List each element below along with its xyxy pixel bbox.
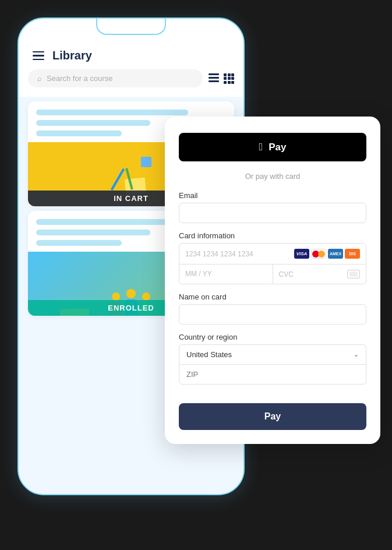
apple-pay-button[interactable]:  Pay xyxy=(179,133,366,161)
card-number-placeholder[interactable]: 1234 1234 1234 1234 xyxy=(185,250,289,258)
pay-button[interactable]: Pay xyxy=(179,403,366,430)
email-group: Email xyxy=(179,191,366,223)
placeholder-line xyxy=(36,230,150,235)
search-input[interactable]: Search for a course xyxy=(47,74,112,83)
pencil-decoration-1 xyxy=(111,168,125,191)
app-title: Library xyxy=(52,49,92,62)
payment-modal:  Pay Or pay with card Email Card inform… xyxy=(165,117,380,444)
placeholder-line xyxy=(36,120,150,126)
search-bar-row: ⌕ Search for a course xyxy=(19,69,243,97)
cvc-card-icon xyxy=(347,270,360,278)
card-info-label: Card information xyxy=(179,231,366,240)
sticker-decoration xyxy=(141,157,151,167)
placeholder-line xyxy=(36,131,122,136)
discover-icon: DIS xyxy=(345,249,360,259)
card-info-box: 1234 1234 1234 1234 VISA AMEX DIS xyxy=(179,243,366,284)
library-header: Library xyxy=(19,35,243,69)
email-input[interactable] xyxy=(179,203,366,223)
name-label: Name on card xyxy=(179,292,366,301)
grid-view-icon[interactable] xyxy=(224,73,234,84)
apple-pay-text: Pay xyxy=(269,142,286,153)
name-input[interactable] xyxy=(179,304,366,325)
country-label: Country or region xyxy=(179,333,366,341)
card-icons: VISA AMEX DIS xyxy=(294,249,360,259)
view-icons xyxy=(209,73,234,84)
list-view-icon[interactable] xyxy=(209,73,219,84)
amex-icon: AMEX xyxy=(328,249,343,259)
mastercard-icon xyxy=(311,249,326,259)
country-select-wrapper: United States ⌄ xyxy=(179,344,366,364)
divider-text: Or pay with card xyxy=(179,172,366,181)
placeholder-line xyxy=(36,240,122,246)
email-label: Email xyxy=(179,191,366,200)
hamburger-icon[interactable] xyxy=(33,51,44,61)
search-bar[interactable]: ⌕ Search for a course xyxy=(28,69,203,87)
card-expiry-cvc-row: MM / YY CVC xyxy=(179,265,366,284)
placeholder-line xyxy=(36,110,188,115)
country-value: United States xyxy=(186,350,232,359)
expiry-input[interactable]: MM / YY xyxy=(179,265,273,284)
visa-icon: VISA xyxy=(294,249,309,259)
cvc-input[interactable]: CVC xyxy=(279,270,344,278)
card-image-scene xyxy=(108,154,154,195)
apple-logo-icon:  xyxy=(259,141,263,153)
zip-input[interactable] xyxy=(179,364,366,385)
search-icon: ⌕ xyxy=(37,74,42,83)
scene: Library ⌕ Search for a course xyxy=(0,0,392,550)
phone-notch xyxy=(96,19,166,35)
card-info-group: Card information 1234 1234 1234 1234 VIS… xyxy=(179,231,366,284)
name-group: Name on card xyxy=(179,292,366,325)
country-select[interactable]: United States ⌄ xyxy=(179,345,366,364)
chevron-down-icon: ⌄ xyxy=(354,351,359,358)
country-group: Country or region United States ⌄ xyxy=(179,333,366,385)
card-number-row: 1234 1234 1234 1234 VISA AMEX DIS xyxy=(179,244,366,265)
cvc-container: CVC xyxy=(273,265,366,284)
